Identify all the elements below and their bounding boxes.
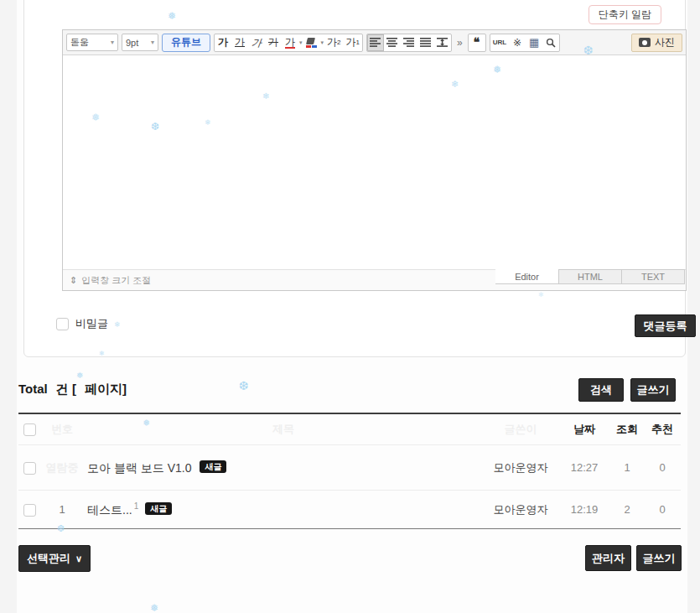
align-left-icon [370, 38, 381, 47]
header-writer: 글쓴이 [483, 422, 558, 437]
rich-text-editor: 돋움 ▾ 9pt ▾ 유튜브 가 가 가 가 가 ▾ [62, 29, 687, 291]
select-all-checkbox[interactable] [23, 423, 36, 436]
comment-count: 1 [134, 501, 139, 511]
shortcut-list-button[interactable]: 단축키 일람 [589, 5, 661, 24]
chevron-down-icon: ∨ [75, 553, 82, 564]
comment-form-box: 단축키 일람 돋움 ▾ 9pt ▾ 유튜브 가 가 가 가 가 ▾ [23, 0, 686, 357]
secret-checkbox[interactable] [56, 318, 69, 330]
row-number: 열람중 [40, 460, 84, 475]
header-likes: 추천 [644, 422, 681, 437]
align-center-icon [386, 38, 397, 47]
text-format-group: 가 가 가 가 가 ▾ ▾ 가2 가1 [214, 34, 363, 52]
total-page-suffix: 페이지] [85, 382, 127, 396]
board-total-line: Total건 [페이지] [18, 382, 135, 397]
post-title-link[interactable]: 모아 블랙 보드 V1.0 [87, 460, 191, 474]
header-views: 조회 [610, 422, 644, 437]
font-color-button[interactable]: 가 [285, 37, 295, 49]
blockquote-button[interactable]: ❝ [469, 34, 485, 51]
row-checkbox[interactable] [23, 504, 36, 517]
new-post-badge: 새글 [200, 460, 226, 473]
insert-table-button[interactable]: ▦ [526, 34, 542, 51]
photo-label: 사진 [655, 35, 675, 49]
row-number: 1 [40, 503, 84, 516]
row-date: 12:19 [558, 503, 610, 516]
select-manage-button[interactable]: 선택관리 ∨ [18, 545, 91, 572]
editor-resize-bar: ⇕ 입력창 크기 조절 Editor HTML TEXT [63, 269, 686, 290]
chevron-down-icon: ▾ [151, 39, 154, 46]
table-header-row: 번호 제목 글쓴이 날짜 조회 추천 [18, 413, 681, 445]
editor-mode-tabs: Editor HTML TEXT [496, 269, 685, 284]
youtube-embed-button[interactable]: 유튜브 [162, 34, 210, 52]
highlighter-icon [306, 38, 317, 48]
tab-editor[interactable]: Editor [495, 269, 559, 284]
post-list-table: 번호 제목 글쓴이 날짜 조회 추천 열람중 모아 블랙 보드 V1.0새글 모… [18, 413, 681, 529]
align-group [366, 34, 452, 52]
italic-button[interactable]: 가 [247, 34, 267, 51]
header-number: 번호 [40, 422, 84, 437]
admin-button[interactable]: 관리자 [585, 545, 631, 571]
align-right-button[interactable] [401, 34, 417, 51]
table-row: 1 테스트...1새글 모아운영자 12:19 2 0 [18, 491, 681, 529]
underline-button[interactable]: 가 [231, 34, 248, 51]
line-height-icon [437, 38, 448, 47]
header-title: 제목 [84, 422, 483, 437]
align-right-icon [403, 38, 414, 47]
align-left-button[interactable] [367, 34, 384, 51]
subscript-button[interactable]: 가1 [343, 34, 361, 51]
table-row: 열람중 모아 블랙 보드 V1.0새글 모아운영자 12:27 1 0 [18, 445, 681, 491]
toolbar-more-button[interactable]: » [455, 37, 464, 49]
align-justify-icon [420, 38, 431, 47]
camera-icon [639, 38, 651, 47]
editor-toolbar: 돋움 ▾ 9pt ▾ 유튜브 가 가 가 가 가 ▾ [63, 30, 686, 55]
total-count-unit: 건 [ [56, 382, 76, 396]
post-title-link[interactable]: 테스트... [87, 502, 132, 516]
row-writer: 모아운영자 [483, 460, 558, 475]
search-button[interactable]: 검색 [578, 378, 624, 402]
header-date: 날짜 [558, 422, 610, 437]
total-prefix: Total [18, 382, 48, 396]
row-date: 12:27 [558, 461, 610, 474]
write-button-bottom[interactable]: 글쓰기 [636, 545, 682, 571]
align-center-button[interactable] [384, 34, 401, 51]
strikethrough-button[interactable]: 가 [265, 34, 282, 51]
font-size-select[interactable]: 9pt ▾ [122, 34, 158, 51]
editor-content[interactable] [63, 55, 686, 269]
photo-upload-button[interactable]: 사진 [631, 34, 682, 52]
row-likes: 0 [644, 503, 681, 516]
font-family-select[interactable]: 돋움 ▾ [66, 34, 118, 51]
tab-html[interactable]: HTML [558, 269, 622, 284]
row-checkbox[interactable] [23, 462, 36, 475]
secret-label: 비밀글 [75, 316, 108, 331]
page-background: 단축키 일람 돋움 ▾ 9pt ▾ 유튜브 가 가 가 가 가 ▾ [0, 0, 700, 613]
row-writer: 모아운영자 [483, 502, 558, 517]
row-likes: 0 [644, 461, 681, 474]
magnifier-icon [546, 38, 556, 48]
row-views: 2 [610, 503, 644, 516]
new-post-badge: 새글 [145, 502, 172, 515]
font-size-value: 9pt [126, 38, 138, 48]
special-char-button[interactable]: ※ [509, 34, 526, 51]
chevron-down-icon: ▾ [111, 39, 114, 46]
search-zoom-button[interactable] [542, 34, 559, 51]
align-justify-button[interactable] [417, 34, 434, 51]
resize-label: 입력창 크기 조절 [81, 274, 151, 287]
insert-link-button[interactable]: URL [490, 34, 509, 51]
superscript-button[interactable]: 가2 [324, 34, 343, 51]
line-height-button[interactable] [434, 34, 451, 51]
quote-group: ❝ [468, 34, 486, 52]
resize-handle-icon[interactable]: ⇕ [70, 275, 77, 286]
font-family-value: 돋움 [70, 36, 89, 49]
highlight-color-button[interactable] [303, 34, 320, 51]
comment-submit-button[interactable]: 댓글등록 [635, 314, 696, 337]
write-button-top[interactable]: 글쓰기 [630, 378, 676, 402]
secret-comment-option: 비밀글 [56, 316, 108, 331]
insert-group: URL ※ ▦ [490, 34, 560, 52]
row-views: 1 [610, 461, 644, 474]
tab-text[interactable]: TEXT [621, 269, 685, 284]
bold-button[interactable]: 가 [215, 34, 231, 51]
